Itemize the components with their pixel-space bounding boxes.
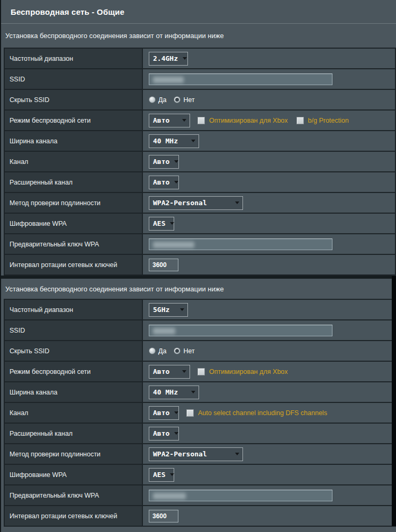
table-row: Частотный диапазон 5GHz <box>5 300 395 320</box>
wpa-encryption-select-value: AES <box>153 219 165 227</box>
xbox-optimized-label[interactable]: Оптимизирован для Xbox <box>209 117 288 124</box>
extension-channel-label: Расширенный канал <box>5 424 143 443</box>
wpa-encryption-label: Шифрование WPA <box>5 465 143 484</box>
wireless-mode-select[interactable]: Авто <box>149 114 190 127</box>
chevron-down-icon <box>174 181 178 184</box>
hide-ssid-no-label[interactable]: Нет <box>183 347 194 355</box>
xbox-optimized-checkbox[interactable] <box>197 117 205 124</box>
channel-width-select-value: 40 MHz <box>153 388 178 396</box>
wpa-key-label: Предварительный ключ WPA <box>5 234 143 254</box>
channel-width-select[interactable]: 40 MHz <box>149 386 199 399</box>
table-row: Ширина канала 40 MHz <box>5 382 395 403</box>
xbox-optimized-checkbox[interactable] <box>197 368 205 375</box>
chevron-down-icon <box>182 370 186 373</box>
wpa-encryption-select[interactable]: AES <box>149 468 174 482</box>
chevron-down-icon <box>180 308 184 311</box>
key-rotation-label: Интервал ротации сетевых ключей <box>5 255 143 274</box>
band-select-value: 2.4GHz <box>153 54 178 62</box>
wpa-encryption-select[interactable]: AES <box>149 217 174 231</box>
table-row: SSID <box>5 320 395 341</box>
table-row: Метод проверки подлинности WPA2-Personal <box>5 193 395 214</box>
key-rotation-input[interactable]: 3600 <box>149 259 178 271</box>
section-header-24ghz: Установка беспроводного соединения завис… <box>0 24 396 48</box>
table-row: Метод проверки подлинности WPA2-Personal <box>5 444 395 465</box>
hide-ssid-yes-radio[interactable] <box>149 347 156 354</box>
hide-ssid-yes-label[interactable]: Да <box>158 96 166 104</box>
page-left-edge <box>0 0 1 532</box>
hide-ssid-label: Скрыть SSID <box>5 90 143 109</box>
hide-ssid-no-label[interactable]: Нет <box>183 96 194 104</box>
wpa-key-input[interactable] <box>149 490 332 501</box>
table-row: Ширина канала 40 MHz <box>5 131 395 152</box>
hide-ssid-yes-label[interactable]: Да <box>158 347 166 355</box>
page-edge-strip <box>392 276 396 526</box>
panel-bottom-padding <box>0 527 396 531</box>
extension-channel-select[interactable]: Авто <box>149 176 179 189</box>
key-rotation-input[interactable]: 3600 <box>149 510 178 522</box>
band-label: Частотный диапазон <box>5 300 143 319</box>
dfs-channels-label[interactable]: Auto select channel including DFS channe… <box>198 409 327 417</box>
wireless-mode-label: Режим беспроводной сети <box>5 362 143 381</box>
table-row: Интервал ротации сетевых ключей 3600 <box>5 506 395 526</box>
channel-width-select-value: 40 MHz <box>153 137 178 145</box>
blurred-value <box>153 242 194 248</box>
key-rotation-label: Интервал ротации сетевых ключей <box>5 506 143 526</box>
chevron-down-icon <box>170 222 174 225</box>
hide-ssid-no-radio[interactable] <box>174 96 181 103</box>
ssid-input[interactable] <box>149 325 332 336</box>
auth-method-select[interactable]: WPA2-Personal <box>149 447 243 461</box>
channel-width-label: Ширина канала <box>5 382 143 402</box>
extension-channel-select-value: Авто <box>153 429 169 437</box>
hide-ssid-label: Скрыть SSID <box>5 341 143 361</box>
hide-ssid-yes-radio[interactable] <box>149 96 156 103</box>
channel-width-select[interactable]: 40 MHz <box>149 134 199 148</box>
table-row: Скрыть SSID Да Нет <box>5 90 395 111</box>
table-row: Предварительный ключ WPA <box>5 234 395 255</box>
extension-channel-select[interactable]: Авто <box>149 427 179 441</box>
table-row: Расширенный канал Авто <box>5 424 395 444</box>
table-row: Предварительный ключ WPA <box>5 485 395 506</box>
channel-select[interactable]: Авто <box>149 155 179 169</box>
settings-table-24ghz: Частотный диапазон 2.4GHz SSID Скрыть SS… <box>4 48 396 276</box>
auth-method-label: Метод проверки подлинности <box>5 193 143 213</box>
bg-protection-checkbox[interactable] <box>296 117 304 124</box>
section-header-5ghz: Установка беспроводного соединения завис… <box>0 279 396 299</box>
table-row: Скрыть SSID Да Нет <box>5 341 395 362</box>
band-select[interactable]: 5GHz <box>149 303 188 317</box>
chevron-down-icon <box>191 391 195 393</box>
auth-method-select-value: WPA2-Personal <box>153 450 207 458</box>
band-label: Частотный диапазон <box>5 49 143 68</box>
extension-channel-select-value: Авто <box>153 178 169 186</box>
wireless-mode-select-value: Авто <box>153 116 169 124</box>
xbox-optimized-label[interactable]: Оптимизирован для Xbox <box>209 368 288 375</box>
bg-protection-label[interactable]: b/g Protection <box>308 117 349 124</box>
table-row: SSID <box>5 69 395 90</box>
settings-table-5ghz: Частотный диапазон 5GHz SSID Скрыть SSID… <box>4 299 396 527</box>
table-row: Режим беспроводной сети Авто Оптимизиров… <box>5 111 395 131</box>
wireless-mode-select[interactable]: Авто <box>149 365 190 379</box>
channel-width-label: Ширина канала <box>5 131 143 151</box>
channel-select-value: Авто <box>153 158 169 166</box>
blurred-value <box>153 493 186 499</box>
hide-ssid-no-radio[interactable] <box>174 347 181 354</box>
channel-select[interactable]: Авто <box>149 406 179 420</box>
wpa-key-input[interactable] <box>149 239 332 250</box>
ssid-label: SSID <box>5 69 143 89</box>
wireless-mode-label: Режим беспроводной сети <box>5 111 143 130</box>
extension-channel-label: Расширенный канал <box>5 172 143 192</box>
page-title-bar: Беспроводная сеть - Общие <box>0 0 396 24</box>
table-row: Шифрование WPA AES <box>5 214 395 234</box>
chevron-down-icon <box>235 453 239 455</box>
auth-method-select-value: WPA2-Personal <box>153 199 207 207</box>
blurred-value <box>153 328 175 334</box>
auth-method-select[interactable]: WPA2-Personal <box>149 196 243 210</box>
ssid-input[interactable] <box>149 74 332 85</box>
wpa-encryption-select-value: AES <box>153 471 165 479</box>
dfs-channels-checkbox[interactable] <box>186 409 194 417</box>
table-row: Интервал ротации сетевых ключей 3600 <box>5 255 395 274</box>
chevron-down-icon <box>183 57 187 60</box>
chevron-down-icon <box>182 119 186 122</box>
band-select[interactable]: 2.4GHz <box>149 52 188 66</box>
wpa-encryption-label: Шифрование WPA <box>5 214 143 233</box>
blurred-value <box>153 77 184 83</box>
